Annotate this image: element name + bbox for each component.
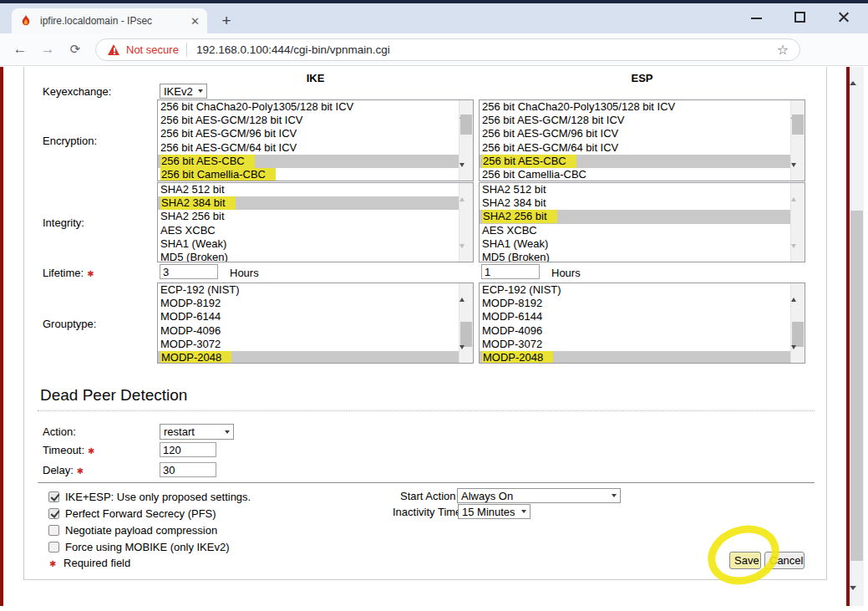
ike-encryption-listbox[interactable]: 256 bit ChaCha20-Poly1305/128 bit ICV256… (157, 99, 474, 181)
list-option[interactable]: 256 bit AES-GCM/64 bit ICV (158, 141, 459, 155)
list-option[interactable]: MD5 (Broken) (158, 251, 459, 262)
list-option[interactable]: ECP-192 (NIST) (158, 283, 459, 297)
dpd-action-select[interactable]: restart (160, 424, 234, 440)
listbox-scrollbar[interactable] (790, 100, 805, 181)
ike-grouptype-listbox[interactable]: ECP-192 (NIST)MODP-8192MODP-6144MODP-409… (157, 283, 474, 364)
list-option[interactable]: 256 bit AES-CBC (480, 155, 790, 168)
dpd-timeout-input[interactable] (160, 442, 216, 457)
save-button[interactable]: Save (729, 552, 761, 569)
window-minimize-icon[interactable] (751, 18, 762, 19)
list-option[interactable]: MODP-2048 (480, 351, 790, 364)
list-option[interactable]: 256 bit AES-GCM/96 bit ICV (480, 127, 790, 140)
checkbox-row: Perfect Forward Secrecy (PFS) (48, 505, 251, 522)
url-text[interactable]: 192.168.0.100:444/cgi-bin/vpnmain.cgi (196, 43, 390, 56)
ike-integrity-listbox[interactable]: SHA2 512 bitSHA2 384 bitSHA2 256 bitAES … (157, 182, 474, 262)
list-option[interactable]: SHA2 256 bit (158, 210, 459, 223)
scroll-up-icon[interactable] (850, 67, 864, 81)
options-checkbox-list: IKE+ESP: Use only proposed settings.Perf… (48, 488, 251, 555)
scrollbar-thumb[interactable] (850, 211, 863, 561)
checkbox[interactable] (48, 491, 59, 502)
listbox-scrollbar[interactable] (459, 283, 473, 363)
page-scrollbar[interactable] (850, 67, 864, 606)
scroll-down-icon (791, 349, 805, 363)
forward-icon[interactable]: → (38, 39, 58, 59)
not-secure-warning-icon[interactable] (108, 44, 120, 55)
list-option[interactable]: SHA2 512 bit (158, 183, 459, 196)
dpd-delay-input[interactable] (160, 462, 216, 477)
esp-lifetime-input[interactable] (481, 264, 540, 279)
list-option[interactable]: 256 bit AES-GCM/128 bit ICV (158, 114, 459, 127)
address-bar[interactable]: Not secure 192.168.0.100:444/cgi-bin/vpn… (95, 38, 800, 61)
cancel-button[interactable]: Cancel (764, 552, 805, 569)
listbox-scrollbar[interactable] (790, 283, 805, 363)
listbox-scrollbar[interactable] (459, 100, 473, 181)
scroll-down-icon (791, 167, 805, 181)
reload-icon[interactable]: ⟳ (65, 39, 85, 59)
section-divider (38, 482, 815, 483)
list-option[interactable]: SHA1 (Weak) (158, 237, 459, 251)
list-option[interactable]: SHA1 (Weak) (480, 237, 790, 251)
timeout-label-text: Timeout: (43, 444, 84, 456)
checkbox[interactable] (48, 525, 59, 536)
action-label: Action: (43, 425, 76, 438)
list-option[interactable]: 256 bit AES-CBC (158, 155, 459, 168)
list-option[interactable]: MODP-3072 (480, 338, 790, 351)
keyexchange-value: IKEv2 (164, 85, 193, 98)
chevron-down-icon (198, 89, 203, 93)
list-option[interactable]: MD5 (Broken) (480, 251, 790, 262)
list-option[interactable]: 256 bit AES-GCM/64 bit ICV (480, 141, 790, 155)
scroll-down-icon (459, 167, 473, 181)
checkbox[interactable] (48, 508, 59, 519)
checkbox-label: Perfect Forward Secrecy (PFS) (65, 507, 216, 520)
window-maximize-icon[interactable] (794, 12, 805, 23)
new-tab-button[interactable]: + (216, 10, 237, 32)
browser-tab[interactable]: ipfire.localdomain - IPsec ✕ (12, 8, 207, 33)
list-option[interactable]: MODP-8192 (158, 297, 459, 310)
chevron-down-icon (612, 494, 617, 497)
vpn-settings-panel: IKE ESP Keyexchange: IKEv2 Encryption: 2… (23, 67, 827, 580)
list-option[interactable]: 256 bit ChaCha20-Poly1305/128 bit ICV (158, 100, 459, 114)
list-option[interactable]: 256 bit Camellia-CBC (480, 168, 790, 181)
inactivity-timeout-select[interactable]: 15 Minutes (458, 504, 530, 519)
esp-encryption-listbox[interactable]: 256 bit ChaCha20-Poly1305/128 bit ICV256… (479, 99, 805, 181)
list-option[interactable]: 256 bit AES-GCM/128 bit ICV (480, 114, 790, 127)
list-option[interactable]: SHA2 512 bit (480, 183, 790, 196)
checkbox[interactable] (48, 542, 59, 552)
listbox-scrollbar (459, 183, 473, 262)
tab-strip: ipfire.localdomain - IPsec ✕ + (0, 3, 868, 33)
list-option[interactable]: 256 bit AES-GCM/96 bit ICV (158, 127, 459, 140)
ike-lifetime-input[interactable] (160, 264, 218, 279)
start-action-select[interactable]: Always On (457, 488, 621, 503)
list-option[interactable]: MODP-2048 (158, 351, 459, 364)
list-option[interactable]: 256 bit ChaCha20-Poly1305/128 bit ICV (480, 100, 790, 114)
list-option[interactable]: MODP-4096 (480, 324, 790, 338)
list-option[interactable]: SHA2 256 bit (480, 210, 790, 223)
list-option[interactable]: AES XCBC (158, 224, 459, 237)
window-close-icon[interactable] (837, 11, 850, 23)
delay-label: Delay:✱ (43, 464, 84, 476)
esp-integrity-listbox[interactable]: SHA2 512 bitSHA2 384 bitSHA2 256 bitAES … (479, 182, 805, 262)
scroll-down-icon (459, 349, 473, 363)
list-option[interactable]: MODP-6144 (158, 310, 459, 323)
required-field-note: ✱ Required field (49, 557, 130, 569)
lifetime-label-text: Lifetime: (43, 267, 84, 279)
tab-close-icon[interactable]: ✕ (190, 16, 200, 27)
scroll-down-icon[interactable] (850, 590, 864, 604)
keyexchange-select[interactable]: IKEv2 (160, 84, 207, 99)
dpd-action-value: restart (164, 425, 195, 438)
esp-hours-label: Hours (551, 267, 581, 279)
list-option[interactable]: ECP-192 (NIST) (480, 283, 790, 297)
scroll-up-icon (791, 283, 805, 297)
esp-grouptype-listbox[interactable]: ECP-192 (NIST)MODP-8192MODP-6144MODP-409… (479, 283, 805, 364)
list-option[interactable]: MODP-3072 (158, 338, 459, 351)
list-option[interactable]: SHA2 384 bit (158, 196, 459, 210)
list-option[interactable]: MODP-8192 (480, 297, 790, 310)
back-icon[interactable]: ← (10, 39, 30, 59)
list-option[interactable]: 256 bit Camellia-CBC (158, 168, 459, 181)
list-option[interactable]: SHA2 384 bit (480, 196, 790, 210)
checkbox-label: Force using MOBIKE (only IKEv2) (65, 541, 230, 553)
list-option[interactable]: MODP-4096 (158, 324, 459, 338)
bookmark-star-icon[interactable]: ☆ (771, 42, 794, 58)
list-option[interactable]: MODP-6144 (480, 310, 790, 323)
list-option[interactable]: AES XCBC (480, 224, 790, 237)
